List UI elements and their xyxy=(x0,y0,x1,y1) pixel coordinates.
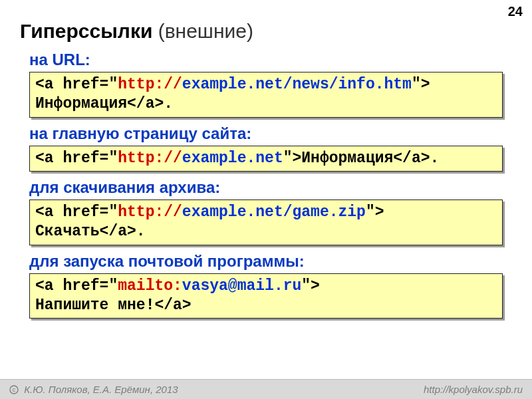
code-segment: Напишите мне!</a> xyxy=(35,297,192,314)
section-heading: на главную страницу сайта: xyxy=(29,124,512,143)
footer-authors: К.Ю. Поляков, Е.А. Ерёмин, 2013 xyxy=(24,384,178,395)
code-segment: Скачать</a>. xyxy=(35,223,146,240)
slide-title: Гиперссылки (внешние) xyxy=(20,20,512,43)
code-segment: example.net xyxy=(182,150,283,167)
code-segment: mailto: xyxy=(118,277,182,295)
code-segment: <a href=" xyxy=(35,76,118,93)
code-segment: "> xyxy=(301,277,320,295)
page-number: 24 xyxy=(508,4,523,19)
section-heading: для запуска почтовой программы: xyxy=(29,252,512,271)
section-heading: на URL: xyxy=(29,51,512,69)
code-segment: <a href=" xyxy=(35,150,118,167)
code-segment: example.net/news/info.htm xyxy=(182,76,412,93)
slide-title-suffix: (внешние) xyxy=(152,20,253,42)
code-example: <a href="mailto:vasya@mail.ru"> Напишите… xyxy=(29,273,503,319)
code-segment: <a href=" xyxy=(35,277,118,295)
code-segment: http:// xyxy=(118,203,182,221)
code-segment: "> xyxy=(412,76,430,93)
code-example: <a href="http://example.net">Информация<… xyxy=(29,146,503,172)
code-segment: Информация</a>. xyxy=(35,95,173,112)
code-segment: http:// xyxy=(118,150,182,167)
section-heading: для скачивания архива: xyxy=(29,178,512,197)
copyright-icon: c xyxy=(9,385,19,394)
code-segment: "> xyxy=(366,203,384,221)
code-example: <a href="http://example.net/news/info.ht… xyxy=(29,72,503,118)
slide-body: Гиперссылки (внешние) на URL:<a href="ht… xyxy=(0,0,532,319)
code-segment: <a href=" xyxy=(35,203,118,221)
code-segment: vasya@mail.ru xyxy=(182,277,301,295)
slide-title-main: Гиперссылки xyxy=(20,20,152,42)
code-example: <a href="http://example.net/game.zip"> С… xyxy=(29,200,503,245)
slide-footer: c К.Ю. Поляков, Е.А. Ерёмин, 2013 http:/… xyxy=(0,379,532,399)
footer-url: http://kpolyakov.spb.ru xyxy=(424,384,523,395)
footer-copyright: c К.Ю. Поляков, Е.А. Ерёмин, 2013 xyxy=(9,384,178,395)
code-segment: ">Информация</a>. xyxy=(283,150,440,167)
code-segment: example.net/game.zip xyxy=(182,203,366,221)
svg-text:c: c xyxy=(13,386,16,393)
code-segment: http:// xyxy=(118,76,182,93)
